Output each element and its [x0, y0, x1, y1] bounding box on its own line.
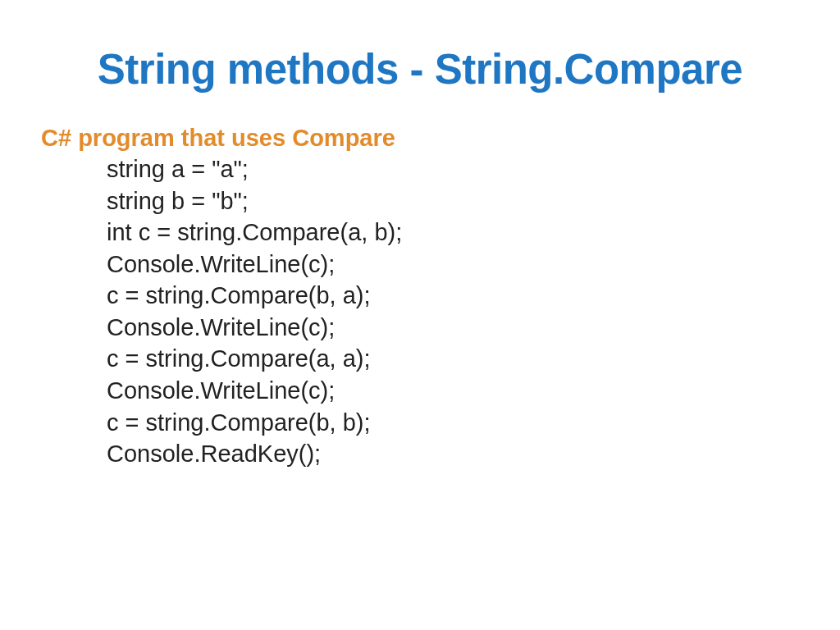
code-line: Console.WriteLine(c); [107, 375, 799, 407]
code-block: string a = "a"; string b = "b"; int c = … [107, 153, 799, 470]
code-line: Console.WriteLine(c); [107, 249, 799, 281]
code-line: string b = "b"; [107, 185, 799, 217]
code-line: c = string.Compare(a, a); [107, 343, 799, 375]
code-line: Console.ReadKey(); [107, 438, 799, 470]
code-line: int c = string.Compare(a, b); [107, 217, 799, 249]
code-line: string a = "a"; [107, 153, 799, 185]
section-subtitle: C# program that uses Compare [41, 125, 799, 152]
code-line: c = string.Compare(b, b); [107, 407, 799, 439]
slide: String methods - String.Compare C# progr… [0, 0, 840, 630]
code-line: Console.WriteLine(c); [107, 312, 799, 344]
slide-title: String methods - String.Compare [41, 45, 799, 94]
code-line: c = string.Compare(b, a); [107, 280, 799, 312]
